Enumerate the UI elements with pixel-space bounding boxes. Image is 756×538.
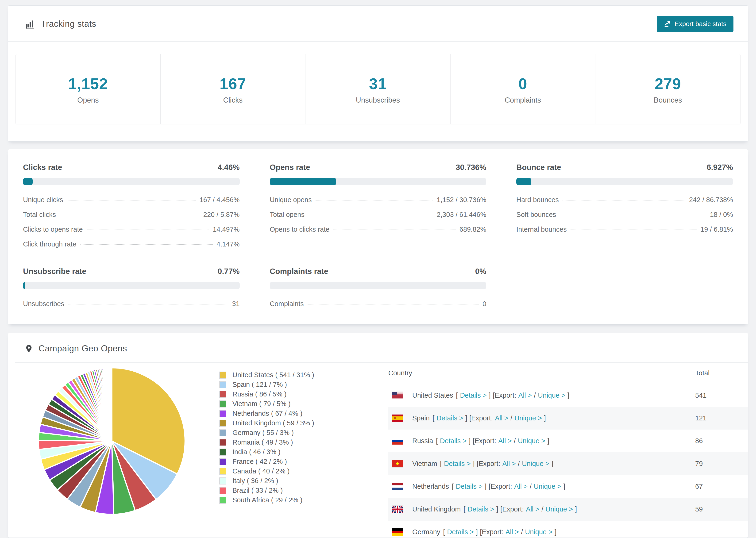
export-all-link[interactable]: All > [514,483,527,490]
clicks-count: 167 [220,75,246,93]
legend-item: Russia ( 86 / 5% ) [219,389,341,399]
export-button-label: Export basic stats [675,20,727,28]
flag-germany-icon [392,528,403,536]
export-all-link[interactable]: All > [506,528,519,536]
export-unique-link[interactable]: Unique > [525,528,553,536]
stat-clicks: 167 Clicks [160,54,306,125]
rate-row: Unique opens1,152 / 30.736% [270,196,486,204]
bounce-rate-block: Bounce rate6.927% Hard bounces242 / 86.7… [516,163,733,248]
stat-complaints: 0 Complaints [450,54,596,125]
export-basic-stats-button[interactable]: Export basic stats [657,16,733,32]
export-unique-link[interactable]: Unique > [522,460,549,467]
unsubscribe-rate-title: Unsubscribe rate [23,267,86,276]
table-row: Germany [Details >] [Export:All >/Unique… [388,521,748,538]
legend-swatch [219,372,226,379]
details-link[interactable]: Details > [436,414,463,422]
legend-swatch [219,487,226,494]
legend-item: Spain ( 121 / 7% ) [219,380,341,389]
export-all-link[interactable]: All > [498,437,512,445]
legend-swatch [219,468,226,475]
legend-swatch [219,429,226,436]
export-unique-link[interactable]: Unique > [534,483,561,490]
legend-label: Vietnam ( 79 / 5% ) [233,400,291,408]
opens-rate-title: Opens rate [270,163,310,172]
complaints-rate-title: Complaints rate [270,267,328,276]
unsubscribe-rate-progress-fill [23,282,25,289]
opens-count: 1,152 [68,75,108,93]
bounce-rate-progressbar [516,178,733,185]
clicks-label: Clicks [223,96,243,104]
unsubscribe-rate-block: Unsubscribe rate0.77% Unsubscribes31 [23,267,240,308]
legend-label: Canada ( 40 / 2% ) [233,467,290,475]
rate-row: Click through rate4.147% [23,241,240,248]
legend-item: Germany ( 55 / 3% ) [219,428,341,438]
table-header-row: Country Total [388,363,748,384]
tracking-stats-title: Tracking stats [25,19,96,29]
table-row: United Kingdom [Details >] [Export:All >… [388,498,748,521]
flag-vietnam-icon [392,460,403,467]
country-total: 67 [695,483,748,490]
stat-unsubscribes: 31 Unsubscribes [305,54,451,125]
rate-row: Unique clicks167 / 4.456% [23,196,240,204]
summary-stats-row: 1,152 Opens 167 Clicks 31 Unsubscribes 0… [16,54,740,125]
table-row: Netherlands [Details >] [Export:All >/Un… [388,475,748,498]
flag-spain-icon [392,414,403,422]
legend-item: Italy ( 36 / 2% ) [219,476,341,486]
legend-label: Brazil ( 33 / 2% ) [233,487,283,494]
export-all-link[interactable]: All > [495,414,508,422]
details-link[interactable]: Details > [444,460,471,467]
bar-chart-icon [25,19,35,29]
legend-swatch [219,391,226,398]
rate-row: Hard bounces242 / 86.738% [516,196,733,204]
legend-swatch [219,458,226,465]
legend-swatch [219,477,226,484]
geo-title-label: Campaign Geo Opens [38,344,127,353]
legend-label: Romania ( 49 / 3% ) [233,439,293,446]
table-row: Spain [Details >] [Export:All >/Unique >… [388,407,748,430]
rate-row: Unsubscribes31 [23,300,240,308]
details-link[interactable]: Details > [460,392,487,399]
country-name: Vietnam [412,460,437,467]
country-total: 59 [695,506,748,513]
details-link[interactable]: Details > [440,437,467,445]
geo-pie-chart [8,363,187,516]
export-all-link[interactable]: All > [503,460,516,467]
export-all-link[interactable]: All > [518,392,532,399]
country-name: Russia [412,437,433,445]
bounce-rate-progress-fill [516,178,531,185]
opens-rate-progress-fill [270,178,337,185]
export-all-link[interactable]: All > [526,506,539,513]
legend-swatch [219,497,226,504]
export-unique-link[interactable]: Unique > [514,414,542,422]
export-unique-link[interactable]: Unique > [518,437,545,445]
details-link[interactable]: Details > [467,506,494,513]
rate-row: Soft bounces18 / 0% [516,211,733,219]
export-unique-link[interactable]: Unique > [538,392,566,399]
legend-label: India ( 46 / 3% ) [233,448,281,456]
country-name: United States [412,392,453,399]
country-total: 121 [695,414,748,422]
tracking-stats-header: Tracking stats Export basic stats [8,6,748,42]
complaints-rate-block: Complaints rate0% Complaints0 [270,267,486,308]
complaints-label: Complaints [505,96,541,104]
geo-opens-card: Campaign Geo Opens United States ( 541 /… [8,333,748,538]
complaints-rate-progressbar [270,282,486,289]
legend-swatch [219,381,226,388]
details-link[interactable]: Details > [447,528,474,536]
legend-swatch [219,449,226,456]
export-unique-link[interactable]: Unique > [545,506,573,513]
details-link[interactable]: Details > [456,483,482,490]
legend-label: Russia ( 86 / 5% ) [233,390,287,398]
opens-label: Opens [77,96,99,104]
clicks-rate-progress-fill [23,178,33,185]
legend-item: India ( 46 / 3% ) [219,447,341,457]
complaints-rate-value: 0% [475,267,486,276]
table-row: United States [Details >] [Export:All >/… [388,384,748,407]
legend-item: South Africa ( 29 / 2% ) [219,495,341,505]
opens-rate-value: 30.736% [456,163,486,172]
legend-item: Brazil ( 33 / 2% ) [219,486,341,495]
total-column-header: Total [695,369,748,377]
country-total: 541 [695,392,748,399]
rate-row: Clicks to opens rate14.497% [23,226,240,233]
legend-label: Germany ( 55 / 3% ) [233,429,294,437]
